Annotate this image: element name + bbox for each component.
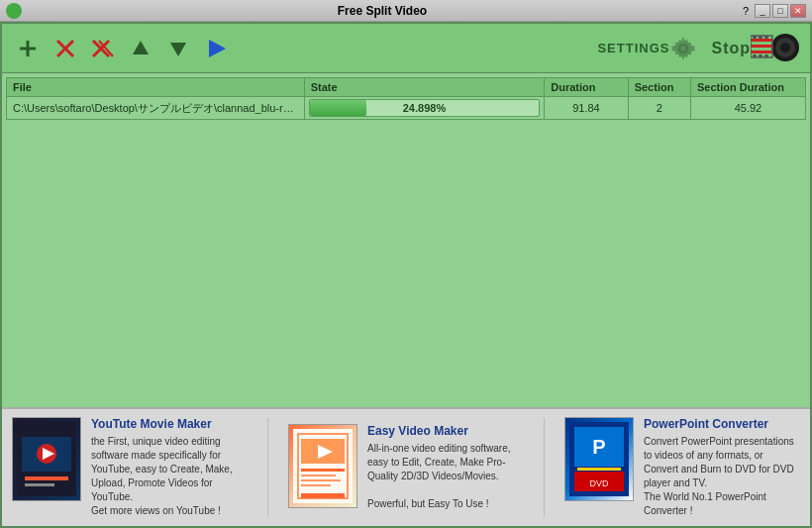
col-section-duration: Section Duration (690, 78, 805, 97)
progress-text: 24.898% (403, 102, 446, 114)
toolbar: Settings Stop (2, 24, 810, 73)
svg-rect-16 (751, 51, 772, 53)
table-cell-file: C:\Users\softaro\Desktop\サンプルビデオ\clannad… (7, 97, 305, 120)
svg-rect-36 (301, 479, 341, 481)
settings-label: Settings (597, 41, 669, 55)
table-row[interactable]: C:\Users\softaro\Desktop\サンプルビデオ\clannad… (7, 97, 806, 120)
ad-section: YouTute Movie Maker the First, unique vi… (2, 407, 810, 526)
window-controls: ? _ □ ✕ (743, 4, 806, 18)
maximize-button[interactable]: □ (772, 4, 788, 18)
svg-rect-34 (301, 469, 345, 472)
svg-rect-44 (577, 468, 621, 471)
gear-icon (669, 35, 697, 62)
ad-title-ppt: PowerPoint Converter (644, 417, 800, 431)
ad-desc-ppt: Convert PowerPoint presentations to vide… (644, 435, 800, 518)
file-table-area: File State Duration Section Section Dura… (2, 73, 810, 407)
minimize-button[interactable]: _ (755, 4, 770, 18)
table-cell-state: 24.898% (304, 97, 545, 120)
svg-marker-9 (209, 40, 226, 57)
ad-title-easy: Easy Video Maker (367, 424, 524, 438)
close-button[interactable]: ✕ (790, 4, 806, 18)
help-label: ? (743, 5, 749, 17)
progress-bar-container: 24.898% (309, 99, 541, 117)
ad-content-youtube: YouTute Movie Maker the First, unique vi… (91, 417, 248, 518)
svg-marker-8 (170, 43, 186, 56)
svg-rect-21 (753, 54, 757, 57)
svg-rect-14 (751, 39, 772, 42)
table-cell-duration: 91.84 (545, 97, 628, 120)
svg-text:DVD: DVD (589, 478, 609, 488)
svg-rect-19 (759, 36, 762, 39)
ad-content-ppt: PowerPoint Converter Convert PowerPoint … (644, 417, 800, 518)
svg-text:P: P (592, 436, 605, 458)
col-state: State (304, 78, 545, 97)
svg-point-13 (780, 43, 790, 53)
ad-desc-easy: All-in-one video editing software, easy … (367, 442, 524, 511)
delete-button[interactable] (50, 33, 81, 64)
col-section: Section (628, 78, 690, 97)
ad-item-youtube[interactable]: YouTute Movie Maker the First, unique vi… (12, 417, 248, 518)
svg-rect-35 (301, 475, 336, 476)
progress-bar-fill (310, 100, 367, 116)
window-title: Free Split Video (22, 4, 743, 18)
ad-thumbnail-youtube (12, 417, 81, 501)
move-down-button[interactable] (162, 33, 194, 64)
ad-divider-1 (267, 418, 268, 517)
table-header-row: File State Duration Section Section Dura… (7, 78, 806, 97)
settings-button[interactable]: Settings (597, 35, 697, 62)
ad-content-easy: Easy Video Maker All-in-one video editin… (367, 424, 524, 511)
svg-rect-28 (25, 476, 68, 480)
col-file: File (7, 78, 305, 97)
svg-rect-20 (764, 36, 768, 39)
svg-rect-23 (764, 54, 768, 57)
main-window: Settings Stop (0, 22, 812, 528)
svg-marker-7 (133, 41, 149, 54)
add-button[interactable] (12, 33, 44, 64)
ad-item-ppt[interactable]: P DVD PowerPoint Converter Convert Power… (564, 417, 800, 518)
start-button[interactable] (200, 33, 232, 64)
col-duration: Duration (545, 78, 628, 97)
ad-thumbnail-easy (288, 424, 357, 508)
ad-divider-2 (544, 418, 545, 517)
title-bar: Free Split Video ? _ □ ✕ (0, 0, 812, 22)
move-up-button[interactable] (125, 33, 156, 64)
table-cell-section-duration: 45.92 (690, 97, 805, 120)
ad-desc-youtube: the First, unique video editing software… (91, 435, 248, 518)
app-icon (6, 3, 22, 19)
film-reel-icon (751, 31, 800, 65)
ad-item-easy[interactable]: Easy Video Maker All-in-one video editin… (288, 424, 524, 511)
stop-label: Stop (711, 40, 751, 57)
table-cell-section: 2 (628, 97, 690, 120)
ad-title-youtube: YouTute Movie Maker (91, 417, 248, 431)
stop-button[interactable]: Stop (711, 31, 800, 65)
svg-rect-38 (301, 493, 345, 498)
file-table: File State Duration Section Section Dura… (6, 77, 806, 120)
delete-all-button[interactable] (87, 33, 119, 64)
svg-rect-18 (753, 36, 757, 39)
ad-thumbnail-ppt: P DVD (564, 417, 634, 501)
svg-rect-15 (751, 45, 772, 48)
svg-rect-37 (301, 484, 331, 486)
svg-rect-29 (25, 483, 54, 486)
svg-rect-22 (759, 54, 762, 57)
